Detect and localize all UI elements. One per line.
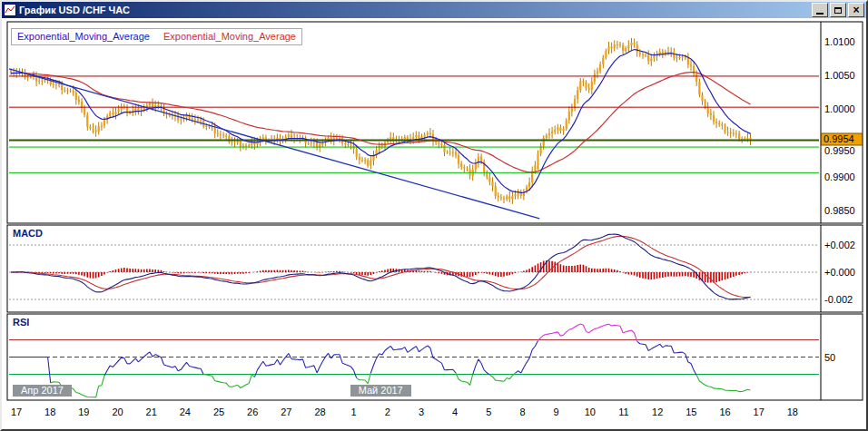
date-axis-label: 24 [180,407,191,417]
minimize-button[interactable] [812,3,828,17]
close-icon: × [853,5,859,15]
date-axis-label: 8 [519,407,525,417]
date-axis-label: 17 [11,407,22,417]
macd-panel-label: MACD [13,228,43,239]
date-axis-label: 18 [787,407,798,417]
chart-client-area[interactable]: 1.01001.00501.00000.99500.99000.98500.99… [2,18,866,429]
date-axis-label: 11 [618,407,628,417]
maximize-button[interactable] [830,3,846,17]
price-axis-label: 0.9950 [824,145,855,156]
ema-slow-legend: Exponential_Moving_Average [163,31,296,42]
price-axis-label: 0.9850 [824,205,855,216]
date-axis-label: 26 [247,407,258,417]
date-axis-label: 21 [146,407,157,417]
date-axis-label: 4 [452,407,458,417]
close-button[interactable]: × [848,3,864,17]
date-axis-label: 25 [213,407,224,417]
panel-frame [7,22,863,223]
price-axis-label: 0.9900 [824,171,855,182]
date-axis-label: 20 [112,407,123,417]
titlebar[interactable]: График USD /CHF ЧАС × [2,2,866,18]
date-axis-label: 15 [686,407,696,417]
date-axis-label: 10 [585,407,596,417]
date-axis-label: 9 [554,407,559,417]
chart-icon [4,4,16,16]
date-axis-label: 16 [719,407,730,417]
price-axis-label: 1.0000 [824,103,855,114]
price-axis-label: 1.0050 [824,70,855,81]
minimize-icon [816,13,824,15]
date-axis-label: 5 [486,407,491,417]
current-price-label: 0.9954 [824,133,854,144]
rsi-panel-label: RSI [13,317,29,328]
indicator-legend: Exponential_Moving_Average Exponential_M… [11,28,302,45]
date-axis-label: 1 [351,407,357,417]
month-badge: Май 2017 [350,385,411,397]
rsi-axis-label: 50 [824,352,835,363]
window-controls: × [810,3,864,17]
month-badge: Апр 2017 [13,385,72,397]
price-axis-label: 1.0100 [824,36,855,47]
date-axis-label: 28 [314,407,325,417]
date-axis-label: 2 [385,407,390,417]
macd-axis-label: +0.000 [824,267,855,278]
date-axis-label: 12 [652,407,663,417]
chart-canvas[interactable]: 1.01001.00501.00000.99500.99000.98500.99… [2,18,866,429]
macd-axis-label: -0.002 [824,294,853,305]
date-axis-label: 27 [281,407,291,417]
date-axis-label: 18 [44,407,55,417]
maximize-icon [834,7,842,14]
ema-fast-legend: Exponential_Moving_Average [17,31,150,42]
date-axis-label: 3 [419,407,424,417]
macd-axis-label: +0.002 [824,240,855,250]
date-axis-label: 19 [78,407,89,417]
app-window: График USD /CHF ЧАС × 1.01001.00501.0000… [0,0,868,431]
date-axis-label: 17 [754,407,764,417]
window-title: График USD /CHF ЧАС [19,5,807,15]
